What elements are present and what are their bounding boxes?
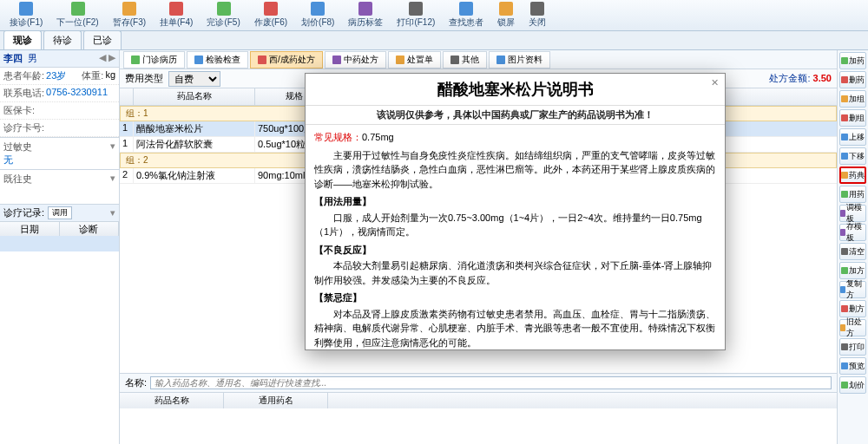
intro-text: 主要用于过敏性与自身免疫性炎症性疾病。如结缔组织病，严重的支气管哮喘，皮炎等过敏… xyxy=(314,148,716,192)
spec-label: 常见规格： xyxy=(314,132,362,142)
age-value: 23岁 xyxy=(46,69,66,82)
subtab-中药处方[interactable]: 中药处方 xyxy=(325,51,386,69)
patient-header: 李四 男 ◀ ▶ xyxy=(0,50,119,68)
weight-label: 体重: xyxy=(82,69,103,82)
search-bar: 名称: xyxy=(120,373,837,392)
action-加方[interactable]: 加方 xyxy=(839,262,866,279)
close-icon[interactable]: ✕ xyxy=(707,77,721,91)
tab-已诊[interactable]: 已诊 xyxy=(83,30,122,49)
toolbar-病历标签[interactable]: 病历标签 xyxy=(342,0,389,31)
toolbar-下一位(F2)[interactable]: 下一位(F2) xyxy=(50,0,104,31)
action-复制方[interactable]: 复制方 xyxy=(839,281,866,298)
col-idx xyxy=(120,88,134,105)
weight-unit: kg xyxy=(105,69,115,82)
drug-search-input[interactable] xyxy=(150,376,832,389)
toolbar-完诊(F5)[interactable]: 完诊(F5) xyxy=(201,0,246,31)
patient-name: 李四 xyxy=(3,52,23,65)
action-旧处方[interactable]: 旧处方 xyxy=(839,319,866,336)
section-contra: 【禁忌症】 xyxy=(314,291,716,305)
allergy-label: 过敏史 xyxy=(3,141,32,152)
col-drug-name: 药品名称 xyxy=(120,393,224,408)
expand-icon[interactable]: ▾ xyxy=(110,173,115,184)
tel-value: 0756-3230911 xyxy=(46,87,108,100)
col-generic-name: 通用药名 xyxy=(224,393,328,408)
subtab-处置单[interactable]: 处置单 xyxy=(388,51,441,69)
record-tabs: 门诊病历检验检查西/成药处方中药处方处置单其他图片资料 xyxy=(120,50,837,69)
tab-现诊[interactable]: 现诊 xyxy=(3,30,42,49)
col-药品名称: 药品名称 xyxy=(134,88,255,105)
toolbar-锁屏[interactable]: 锁屏 xyxy=(491,0,521,31)
diag-row[interactable] xyxy=(0,236,119,251)
main-toolbar: 接诊(F1)下一位(F2)暂存(F3)挂单(F4)完诊(F5)作废(F6)划价(… xyxy=(0,0,868,31)
action-sidebar: 加药删药加组删组上移下移药典用药调模板存模板清空加方复制方删方旧处方打印预览划价 xyxy=(837,50,868,444)
toolbar-打印(F12)[interactable]: 打印(F12) xyxy=(391,0,441,31)
subtab-图片资料[interactable]: 图片资料 xyxy=(489,51,550,69)
action-用药[interactable]: 用药 xyxy=(839,186,866,203)
section-adverse: 【不良反应】 xyxy=(314,243,716,258)
patient-sex: 男 xyxy=(28,52,37,65)
toolbar-接诊(F1)[interactable]: 接诊(F1) xyxy=(3,0,49,31)
usage-text: 口服，成人开始剂量为一次0.75~3.00mg（1~4片），一日2~4次。维持量… xyxy=(314,211,716,239)
toolbar-关闭[interactable]: 关闭 xyxy=(523,0,552,31)
col-date: 日期 xyxy=(0,222,60,236)
action-下移[interactable]: 下移 xyxy=(839,147,866,165)
toolbar-挂单(F4)[interactable]: 挂单(F4) xyxy=(154,0,199,31)
name-label: 名称: xyxy=(125,376,147,389)
action-删方[interactable]: 删方 xyxy=(839,300,866,317)
view-tabs: 现诊待诊已诊 xyxy=(0,31,868,50)
subtab-西/成药处方[interactable]: 西/成药处方 xyxy=(250,51,323,69)
subtab-其他[interactable]: 其他 xyxy=(443,51,487,69)
dept-label: 诊疗卡号: xyxy=(3,121,44,134)
manual-title: 醋酸地塞米松片说明书 xyxy=(306,74,725,106)
expand-icon[interactable]: ▾ xyxy=(110,207,115,219)
drug-manual-dialog: ✕ 醋酸地塞米松片说明书 该说明仅供参考，具体以中国药典或厂家生产的药品说明书为… xyxy=(305,73,726,350)
tab-待诊[interactable]: 待诊 xyxy=(43,30,82,49)
amount-value: 3.50 xyxy=(813,73,832,83)
action-清空[interactable]: 清空 xyxy=(839,243,866,260)
action-打印[interactable]: 打印 xyxy=(839,338,866,356)
pager-icon[interactable]: ◀ ▶ xyxy=(99,52,115,65)
subtab-门诊病历[interactable]: 门诊病历 xyxy=(123,51,185,69)
action-加组[interactable]: 加组 xyxy=(839,90,866,108)
action-药典[interactable]: 药典 xyxy=(839,166,866,184)
action-调模板[interactable]: 调模板 xyxy=(839,205,866,222)
expand-icon[interactable]: ▾ xyxy=(110,140,115,152)
action-预览[interactable]: 预览 xyxy=(839,357,866,375)
diag-grid: 日期诊断 xyxy=(0,221,119,251)
manual-subtitle: 该说明仅供参考，具体以中国药典或厂家生产的药品说明书为准！ xyxy=(306,106,725,125)
toolbar-作废(F6)[interactable]: 作废(F6) xyxy=(248,0,293,31)
amount-label: 处方金额: xyxy=(769,73,810,83)
manual-body: 常见规格：0.75mg 主要用于过敏性与自身免疫性炎症性疾病。如结缔组织病，严重… xyxy=(306,125,725,349)
allergy-value: 无 xyxy=(3,153,115,166)
toolbar-划价(F8)[interactable]: 划价(F8) xyxy=(295,0,340,31)
invoke-button[interactable]: 调用 xyxy=(48,206,72,219)
action-存模板[interactable]: 存模板 xyxy=(839,224,866,241)
toolbar-查找患者[interactable]: 查找患者 xyxy=(443,0,490,31)
action-删药[interactable]: 删药 xyxy=(839,71,866,88)
contra-text: 对本品及肾上腺皮质激素类药物有过敏史患者禁用。高血压、血栓症、胃与十二指肠溃疡、… xyxy=(314,307,716,350)
section-usage: 【用法用量】 xyxy=(314,194,716,209)
age-label: 患者年龄: xyxy=(3,69,44,82)
adverse-text: 本品较大剂量易引起糖尿病、消化道溃疡和类柯兴综合征症状，对下丘脑-垂体-肾上腺轴… xyxy=(314,258,716,287)
subtab-检验检查[interactable]: 检验检查 xyxy=(187,51,248,69)
card-label: 医保卡: xyxy=(3,104,35,117)
tel-label: 联系电话: xyxy=(3,87,44,100)
fee-type-label: 费用类型 xyxy=(125,72,163,85)
col-diag: 诊断 xyxy=(60,222,120,236)
fee-type-select[interactable]: 自费 xyxy=(168,71,220,87)
spec-value: 0.75mg xyxy=(362,132,394,142)
action-删组[interactable]: 删组 xyxy=(839,109,866,127)
action-划价[interactable]: 划价 xyxy=(839,376,866,394)
action-加药[interactable]: 加药 xyxy=(839,52,866,69)
result-grid: 药品名称通用药名 xyxy=(120,392,837,444)
patient-panel: 李四 男 ◀ ▶ 患者年龄:23岁体重:kg 联系电话:0756-3230911… xyxy=(0,50,120,444)
past-label: 既往史 xyxy=(3,173,32,184)
toolbar-暂存(F3)[interactable]: 暂存(F3) xyxy=(107,0,152,31)
diag-rec-label: 诊疗记录: xyxy=(3,206,44,219)
action-上移[interactable]: 上移 xyxy=(839,128,866,146)
